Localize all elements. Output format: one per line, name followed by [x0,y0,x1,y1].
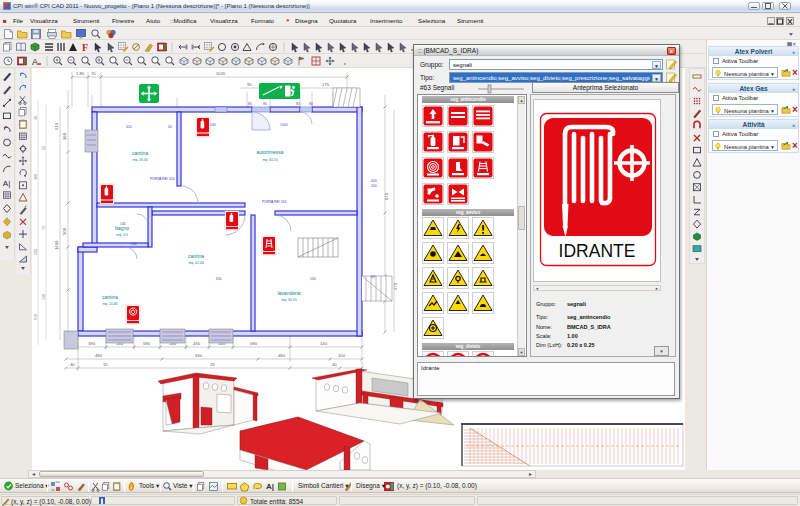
svg-text:430: 430 [193,341,201,346]
svg-text:A|: A| [266,482,274,491]
svg-text:500: 500 [34,249,38,255]
svg-text:590: 590 [143,341,151,346]
svg-text:500: 500 [62,227,67,235]
svg-text:675: 675 [384,192,389,200]
svg-text:140: 140 [320,341,328,346]
svg-text:910: 910 [54,122,59,130]
svg-text:mq. 60.10: mq. 60.10 [262,158,277,162]
svg-text:500: 500 [310,277,316,281]
svg-text:530: 530 [195,353,203,358]
svg-text:PORTA REI 120: PORTA REI 120 [262,200,286,204]
svg-text:40: 40 [332,362,337,367]
svg-text:mq. 26.06: mq. 26.06 [132,158,147,162]
svg-text:F: F [82,42,88,53]
svg-text:88: 88 [371,275,375,279]
svg-text:590: 590 [250,341,258,346]
svg-text:cantina: cantina [188,253,204,259]
svg-text:25: 25 [210,362,215,367]
svg-text:360: 360 [62,132,67,140]
svg-text:90: 90 [247,82,252,87]
svg-text:100: 100 [131,242,137,246]
svg-text:80: 80 [309,102,313,106]
svg-text:80: 80 [248,102,252,106]
svg-text:130: 130 [42,294,46,300]
svg-text:mq. 10.46: mq. 10.46 [102,302,117,306]
svg-text:600: 600 [371,179,377,183]
svg-text:390: 390 [88,341,96,346]
svg-text:910: 910 [34,314,38,320]
svg-text:10: 10 [103,362,108,367]
svg-text:mq. 3.0: mq. 3.0 [116,233,127,237]
svg-text:1460: 1460 [54,240,59,250]
svg-text:140: 140 [120,222,126,226]
svg-text:430: 430 [210,123,216,127]
svg-text:175: 175 [322,82,330,87]
svg-text:1000: 1000 [280,123,288,127]
svg-text:650: 650 [216,277,222,281]
svg-text:80: 80 [263,102,267,106]
svg-text:lavanderia: lavanderia [277,290,300,296]
svg-text:autorimessa: autorimessa [256,149,283,155]
svg-text:475: 475 [393,282,398,290]
svg-text:70: 70 [91,71,96,76]
svg-text:75: 75 [42,226,46,230]
svg-text:80: 80 [296,102,300,106]
svg-text:40: 40 [168,125,172,129]
svg-text:mq. 42.44: mq. 42.44 [188,261,203,265]
svg-text:1020: 1020 [216,71,226,76]
svg-text:A: A [32,57,38,67]
svg-text:mq. 30.20: mq. 30.20 [281,298,296,302]
svg-text:360: 360 [34,174,38,180]
svg-text:500: 500 [371,184,377,188]
svg-text:cantina: cantina [132,150,148,156]
svg-text:40: 40 [70,362,75,367]
svg-text:480: 480 [95,353,103,358]
svg-text:420: 420 [126,125,132,129]
svg-text:PORTA REI 120: PORTA REI 120 [150,177,174,181]
svg-text:30: 30 [34,116,38,120]
svg-text:95: 95 [42,146,46,150]
svg-text:1.80: 1.80 [76,71,85,76]
svg-text:480: 480 [278,353,286,358]
svg-text:100: 100 [338,353,346,358]
svg-text:A|: A| [3,179,10,188]
svg-text:cantina: cantina [102,294,118,300]
